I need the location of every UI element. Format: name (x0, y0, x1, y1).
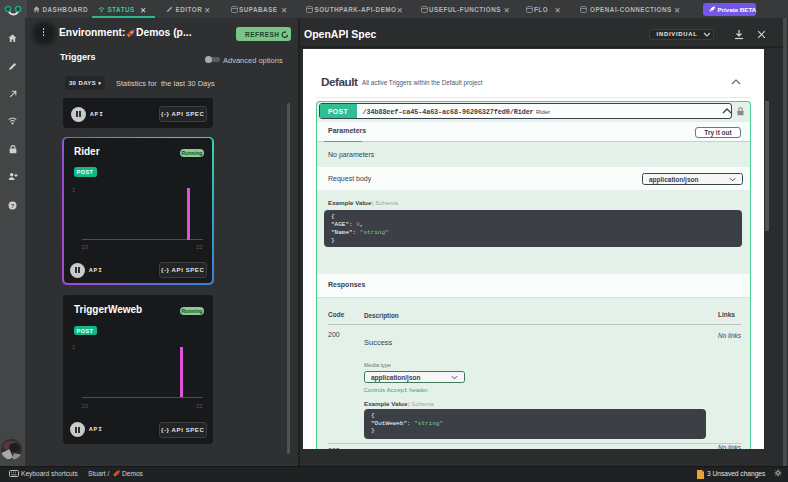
svg-text:?: ? (11, 202, 15, 208)
